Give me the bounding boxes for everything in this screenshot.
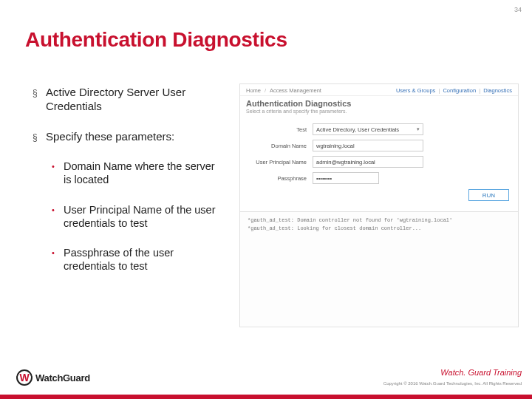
pass-label: Passphrase [246,175,313,182]
bullet-text: Active Directory Server User Credentials [46,86,222,114]
bullet-text: User Principal Name of the user credenti… [64,203,222,230]
upn-label: User Principal Name [246,159,313,166]
dot-bullet-icon: • [52,246,64,273]
sub-bullet-item: • Domain Name where the server is locate… [52,160,222,186]
logo-text: WatchGuard [35,372,90,383]
training-label: Watch. Guard Training [440,368,522,377]
slide-number: 34 [514,6,522,13]
test-label: Test [246,126,313,133]
test-select-value: Active Directory, User Credentials [316,126,399,133]
upn-input[interactable]: admin@wgtraining.local [313,156,423,168]
chevron-right-icon: / [265,87,266,94]
bullet-item: § Specify these parameters: [33,130,222,144]
dot-bullet-icon: • [52,160,64,186]
crumb-home[interactable]: Home [246,87,261,94]
run-button[interactable]: RUN [468,189,509,201]
test-select[interactable]: Active Directory, User Credentials ▾ [313,123,423,135]
panel-subtitle: Select a criteria and specify the parame… [240,109,518,118]
sub-bullet-item: • User Principal Name of the user creden… [52,203,222,230]
copyright: Copyright © 2016 Watch.Guard Technologie… [383,381,522,386]
logo-mark-icon [16,369,33,386]
bullet-text: Specify these parameters: [46,130,174,144]
domain-label: Domain Name [246,143,313,149]
bullet-text: Passphrase of the user credentials to te… [64,246,222,273]
bullet-text: Domain Name where the server is located [64,160,222,186]
page-title: Authentication Diagnostics [25,28,287,52]
diagnostics-form: Test Active Directory, User Credentials … [240,118,518,211]
bottom-accent-bar [0,395,532,399]
pass-input[interactable]: •••••••• [313,172,379,184]
breadcrumb: Home / Access Management [246,87,321,94]
watchguard-logo: WatchGuard [16,369,90,386]
nav-configuration[interactable]: Configuration [443,87,476,94]
panel-nav: Users & Groups | Configuration | Diagnos… [396,87,512,94]
bullet-list: § Active Directory Server User Credentia… [33,86,222,289]
sub-bullet-item: • Passphrase of the user credentials to … [52,246,222,273]
nav-users-groups[interactable]: Users & Groups [396,87,435,94]
panel-title: Authentication Diagnostics [240,96,518,109]
square-bullet-icon: § [33,86,46,114]
output-console: *gauth_ad_test: Domain controller not fo… [240,212,518,326]
square-bullet-icon: § [33,130,46,144]
domain-input[interactable]: wgtraining.local [313,140,423,151]
chevron-down-icon: ▾ [417,126,420,132]
crumb-access[interactable]: Access Management [270,87,321,94]
nav-diagnostics[interactable]: Diagnostics [483,87,512,94]
bullet-item: § Active Directory Server User Credentia… [33,86,222,114]
diagnostics-panel: Home / Access Management Users & Groups … [239,83,519,327]
dot-bullet-icon: • [52,203,64,230]
